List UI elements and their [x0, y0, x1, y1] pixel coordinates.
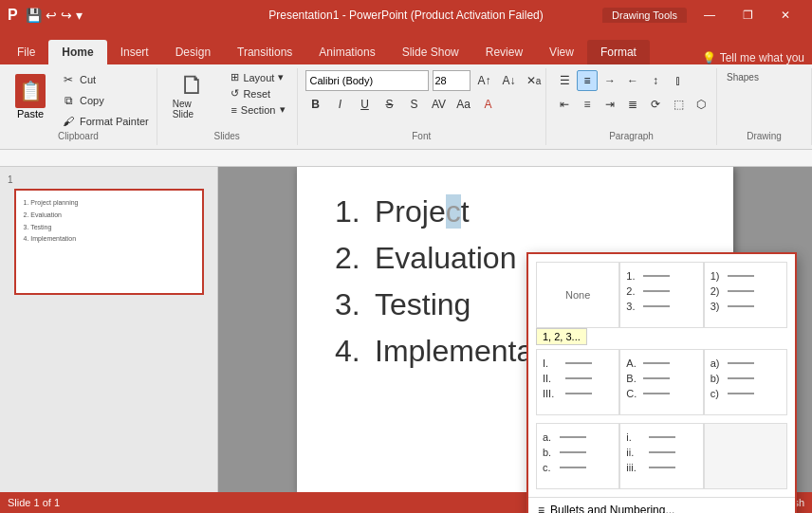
tab-file[interactable]: File	[4, 40, 48, 64]
columns-button[interactable]: ⫿	[668, 70, 689, 91]
slide-panel: 1 1. Project planning 2. Evaluation 3. T…	[0, 167, 218, 492]
num-3: iii.	[626, 462, 645, 473]
align-left-button[interactable]: ⇤	[554, 94, 575, 115]
font-family-input[interactable]	[305, 70, 429, 91]
undo-icon[interactable]: ↩	[46, 8, 57, 23]
new-slide-button[interactable]: 🗋 New Slide	[165, 70, 220, 121]
format-painter-button[interactable]: 🖌 Format Painter	[57, 112, 153, 131]
numbering-123-option[interactable]: 1. 2. 3.	[619, 262, 703, 328]
numbering-alpha-lower-option[interactable]: a. b. c.	[536, 423, 619, 489]
preview-line: B.	[626, 373, 670, 384]
bullets-numbering-button[interactable]: ≡ Bullets and Numbering...	[528, 497, 795, 513]
font-color-button[interactable]: A	[478, 94, 499, 115]
bold-button[interactable]: B	[305, 94, 326, 115]
layout-arrow-icon: ▾	[278, 71, 284, 83]
dash	[728, 377, 754, 379]
numbering-button[interactable]: ≡	[577, 70, 598, 91]
close-button[interactable]: ✕	[766, 5, 804, 26]
italic-button[interactable]: I	[330, 94, 351, 115]
numbering-alpha-lower-paren-option[interactable]: a) b) c)	[704, 349, 787, 415]
copy-label: Copy	[80, 95, 104, 106]
dash	[728, 305, 754, 307]
tab-format[interactable]: Format	[587, 40, 650, 64]
num-2: B.	[626, 373, 639, 384]
tell-me-label[interactable]: Tell me what you	[720, 51, 804, 64]
tab-view[interactable]: View	[536, 40, 587, 64]
clipboard-content: 📋 Paste ✂ Cut ⧉ Copy 🖌 Format Painter	[8, 70, 153, 131]
clear-format-button[interactable]: ✕a	[524, 70, 544, 91]
layout-icon: ⊞	[231, 71, 239, 83]
font-size-input[interactable]	[433, 70, 471, 91]
section-icon: ≡	[231, 104, 236, 116]
section-button[interactable]: ≡ Section ▾	[227, 102, 288, 117]
reset-label: Reset	[243, 88, 270, 100]
decrease-indent-button[interactable]: ←	[622, 70, 643, 91]
font-row1: A↑ A↓ ✕a	[305, 70, 544, 91]
preview-line: i.	[626, 431, 675, 443]
paste-button[interactable]: 📋 Paste	[8, 70, 53, 123]
numbering-dropdown: None 1. 2. 3. 1) 2)	[526, 252, 797, 513]
smartart-button[interactable]: ⬡	[691, 94, 711, 115]
layout-label: Layout	[243, 72, 274, 83]
decrease-font-button[interactable]: A↓	[499, 70, 520, 91]
thumb-item-1: 1. Project planning	[24, 198, 194, 208]
section-label: Section	[241, 104, 276, 116]
customize-qat-icon[interactable]: ▾	[76, 8, 83, 23]
tab-review[interactable]: Review	[472, 40, 536, 64]
minimize-button[interactable]: —	[691, 5, 729, 26]
tab-slideshow[interactable]: Slide Show	[389, 40, 472, 64]
list-text: Project	[375, 194, 470, 229]
dash	[560, 451, 586, 453]
tab-animations[interactable]: Animations	[305, 40, 388, 64]
num-2: b)	[710, 373, 724, 384]
copy-button[interactable]: ⧉ Copy	[57, 91, 153, 110]
slides-group: 🗋 New Slide ⊞ Layout ▾ ↺ Reset ≡ Section…	[157, 68, 298, 145]
numbering-roman-upper-option[interactable]: I. II. III.	[536, 349, 619, 415]
underline-button[interactable]: U	[355, 94, 376, 115]
justify-button[interactable]: ≣	[622, 94, 643, 115]
numbering-alpha-upper-option[interactable]: A. B. C.	[619, 349, 703, 415]
tab-design[interactable]: Design	[162, 40, 224, 64]
numbering-empty-option[interactable]	[704, 423, 787, 489]
reset-button[interactable]: ↺ Reset	[227, 86, 288, 101]
window-controls[interactable]: — ❐ ✕	[691, 5, 804, 26]
tab-home[interactable]: Home	[48, 40, 106, 64]
preview-line: a.	[543, 431, 586, 443]
align-text-button[interactable]: ⬚	[668, 94, 689, 115]
dash	[565, 362, 592, 364]
align-right-button[interactable]: ⇥	[600, 94, 620, 115]
line-spacing-button[interactable]: ↕	[645, 70, 666, 91]
tab-transitions[interactable]: Transitions	[224, 40, 305, 64]
layout-button[interactable]: ⊞ Layout ▾	[227, 70, 288, 84]
num-1: a.	[543, 431, 556, 443]
font-row2: B I U S S AV Aa A	[305, 94, 499, 115]
slide-thumbnail[interactable]: 1. Project planning 2. Evaluation 3. Tes…	[14, 189, 204, 295]
restore-button[interactable]: ❐	[729, 5, 766, 26]
dash	[643, 377, 670, 379]
numbering-roman-lower-option[interactable]: i. ii. iii.	[619, 423, 703, 489]
drawing-tools-tab: Drawing Tools	[602, 8, 687, 23]
title-bar: P 💾 ↩ ↪ ▾ Presentation1 - PowerPoint (Pr…	[0, 0, 812, 30]
dropdown-grid-row3: a. b. c. i. ii. iii.	[528, 423, 795, 497]
clipboard-small-buttons: ✂ Cut ⧉ Copy 🖌 Format Painter	[57, 70, 153, 131]
redo-icon[interactable]: ↪	[61, 8, 72, 23]
dash	[643, 393, 670, 394]
align-center-button[interactable]: ≡	[577, 94, 598, 115]
bullets-button[interactable]: ☰	[554, 70, 575, 91]
numbering-1paren-option[interactable]: 1) 2) 3)	[704, 262, 787, 328]
numbering-none-option[interactable]: None	[536, 262, 619, 328]
shadow-button[interactable]: S	[404, 94, 425, 115]
increase-indent-button[interactable]: →	[600, 70, 620, 91]
change-case-button[interactable]: Aa	[453, 94, 474, 115]
text-direction-button[interactable]: ⟳	[645, 94, 666, 115]
preview-line: II.	[543, 373, 592, 384]
strikethrough-button[interactable]: S	[379, 94, 400, 115]
lightbulb-icon: 💡	[702, 51, 716, 64]
save-icon[interactable]: 💾	[26, 8, 42, 23]
ribbon-tabs: File Home Insert Design Transitions Anim…	[0, 30, 812, 64]
char-spacing-button[interactable]: AV	[429, 94, 450, 115]
dropdown-grid: None 1. 2. 3. 1) 2)	[528, 254, 795, 336]
cut-button[interactable]: ✂ Cut	[57, 70, 153, 89]
tab-insert[interactable]: Insert	[107, 40, 162, 64]
increase-font-button[interactable]: A↑	[474, 70, 495, 91]
